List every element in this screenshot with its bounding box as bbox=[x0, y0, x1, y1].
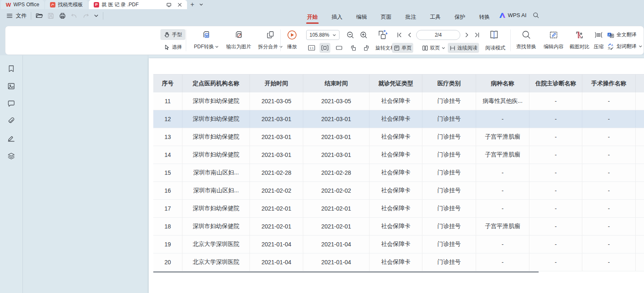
tab-template-doc[interactable]: 找稿壳模板 bbox=[45, 0, 88, 9]
continuous-read-button[interactable]: 连续阅读 bbox=[448, 43, 479, 53]
table-cell: 社会保障卡 bbox=[369, 146, 422, 164]
zoom-out-icon[interactable] bbox=[346, 31, 354, 39]
send-to-device-icon[interactable] bbox=[166, 2, 172, 7]
menu-tab-转换[interactable]: 转换 bbox=[478, 12, 491, 22]
doc-icon bbox=[50, 2, 55, 7]
tab-list-chevron-icon[interactable] bbox=[197, 0, 205, 9]
first-page-icon[interactable] bbox=[396, 32, 403, 38]
wps-ai-button[interactable]: WPS AI bbox=[499, 12, 527, 18]
next-page-icon[interactable] bbox=[464, 32, 470, 38]
table-row[interactable]: 16深圳市南山区妇...2021-02-022021-02-02社会保障卡门诊挂… bbox=[153, 182, 644, 200]
read-mode-button[interactable]: 阅读模式 bbox=[484, 43, 507, 53]
select-tool-button[interactable]: 选择 bbox=[160, 42, 185, 52]
thumbnail-icon[interactable] bbox=[7, 82, 15, 90]
close-tab-icon[interactable] bbox=[177, 2, 182, 7]
single-page-button[interactable]: 单页 bbox=[392, 43, 413, 53]
table-cell: 子宫平滑肌瘤 bbox=[476, 218, 529, 235]
quickbar-chevron-icon[interactable] bbox=[94, 13, 99, 18]
pdf-page[interactable]: 序号定点医药机构名称开始时间结束时间就诊凭证类型医疗类别病种名称住院主诊断名称手… bbox=[149, 58, 644, 293]
table-row[interactable]: 17深圳市妇幼保健院2021-02-012021-02-01社会保障卡门诊挂号-… bbox=[153, 200, 644, 218]
table-cell: - bbox=[529, 92, 582, 110]
column-header: 结束时间 bbox=[303, 74, 369, 92]
table-row[interactable]: 12深圳市妇幼保健院2021-03-012021-03-01社会保障卡门诊挂号-… bbox=[153, 110, 644, 128]
table-cell: 门诊挂号 bbox=[422, 200, 476, 217]
wps-pdf-window: W WPS Office 找稿壳模板 P 就 医 记 录 .PDF + bbox=[0, 0, 644, 293]
new-tab-button[interactable]: + bbox=[187, 0, 197, 9]
table-cell: 子宫平滑肌瘤 bbox=[476, 146, 529, 164]
tab-wps-office[interactable]: W WPS Office bbox=[1, 0, 44, 9]
bookmark-icon[interactable] bbox=[7, 65, 15, 73]
double-page-icon bbox=[422, 45, 428, 51]
screenshot-compare-button[interactable]: 截图对比 bbox=[566, 29, 593, 50]
table-cell: 2021-03-01 bbox=[250, 128, 303, 146]
table-cell: 2021-03-01 bbox=[303, 128, 369, 146]
menu-tab-批注[interactable]: 批注 bbox=[404, 12, 417, 22]
signature-pen-icon[interactable] bbox=[7, 134, 15, 143]
save-icon[interactable] bbox=[47, 12, 55, 20]
redo-icon[interactable] bbox=[82, 12, 90, 20]
find-replace-button[interactable]: 查找替换 bbox=[513, 29, 539, 50]
table-cell: 17 bbox=[153, 200, 182, 217]
play-button[interactable]: 播放 bbox=[281, 29, 303, 50]
table-cell: 2021-01-04 bbox=[250, 253, 303, 271]
window-tab-bar: W WPS Office 找稿壳模板 P 就 医 记 录 .PDF + bbox=[0, 0, 644, 9]
open-folder-icon[interactable] bbox=[35, 12, 43, 20]
fit-page-icon bbox=[335, 45, 343, 51]
undo-icon[interactable] bbox=[70, 12, 78, 20]
ribbon-search-icon[interactable] bbox=[532, 12, 539, 19]
table-row[interactable]: 11深圳市妇幼保健院2021-03-052021-03-05社会保障卡门诊挂号病… bbox=[153, 92, 644, 110]
menu-tab-页面[interactable]: 页面 bbox=[380, 12, 392, 22]
fit-page-button[interactable] bbox=[334, 43, 344, 53]
table-cell: - bbox=[582, 236, 636, 253]
full-translate-button[interactable]: A 全文翻译 bbox=[607, 31, 637, 38]
zoom-in-icon[interactable] bbox=[359, 31, 368, 39]
chevron-down-icon bbox=[215, 45, 219, 49]
edit-content-button[interactable]: 编辑内容 bbox=[540, 29, 567, 50]
table-row[interactable]: 14深圳市妇幼保健院2021-03-012021-03-01社会保障卡门诊挂号子… bbox=[153, 146, 644, 164]
attachment-icon[interactable] bbox=[7, 117, 15, 125]
actual-size-button[interactable]: 1:1 bbox=[306, 43, 317, 53]
compress-icon bbox=[594, 29, 604, 41]
rotate-right-button[interactable] bbox=[361, 43, 372, 53]
navigation-pane[interactable] bbox=[23, 55, 148, 293]
prev-page-icon[interactable] bbox=[406, 32, 413, 38]
table-cell: - bbox=[476, 182, 529, 199]
export-image-button[interactable]: 输出为图片 bbox=[222, 29, 255, 50]
table-cell: - bbox=[529, 182, 582, 199]
word-translate-button[interactable]: A文 划词翻译 bbox=[607, 43, 642, 50]
fit-width-button[interactable] bbox=[320, 43, 330, 53]
compress-button[interactable]: 压缩 bbox=[589, 29, 608, 50]
table-cell: - bbox=[529, 164, 582, 181]
pdf-convert-button[interactable]: PDF转换 bbox=[191, 29, 221, 50]
menu-tab-开始[interactable]: 开始 bbox=[306, 12, 319, 22]
table-row[interactable]: 20北京大学深圳医院2021-01-042021-01-04社会保障卡门诊挂号-… bbox=[153, 253, 644, 271]
menu-tab-插入[interactable]: 插入 bbox=[331, 12, 343, 22]
layers-icon[interactable] bbox=[7, 152, 15, 160]
file-menu-button[interactable]: 文件 bbox=[6, 12, 27, 20]
comment-icon[interactable] bbox=[7, 99, 15, 108]
table-row[interactable]: 15深圳市南山区妇...2021-02-282021-02-28社会保障卡门诊挂… bbox=[153, 164, 644, 182]
double-page-button[interactable]: 双页 bbox=[420, 43, 447, 53]
ribbon-tabs: 开始插入编辑页面批注工具保护转换 bbox=[306, 9, 491, 25]
table-row[interactable]: 13深圳市妇幼保健院2021-03-012021-03-01社会保障卡门诊挂号子… bbox=[153, 128, 644, 146]
menu-tab-保护[interactable]: 保护 bbox=[454, 12, 466, 22]
rotate-right-icon bbox=[363, 45, 370, 51]
hand-tool-button[interactable]: 手型 bbox=[160, 29, 185, 40]
last-page-icon[interactable] bbox=[474, 32, 480, 38]
zoom-level-select[interactable]: 105.88% bbox=[306, 30, 339, 40]
column-header: 开始时间 bbox=[250, 74, 303, 92]
file-menu-label: 文件 bbox=[16, 12, 27, 20]
table-row[interactable]: 18深圳市妇幼保健院2021-02-012021-02-01社会保障卡门诊挂号子… bbox=[153, 218, 644, 236]
page-indicator-input[interactable]: 2/4 bbox=[416, 30, 460, 40]
table-cell: 社会保障卡 bbox=[369, 110, 422, 128]
table-row[interactable]: 19北京大学深圳医院2021-01-042021-01-04社会保障卡门诊挂号-… bbox=[153, 236, 644, 253]
print-icon[interactable] bbox=[59, 12, 66, 20]
hand-tool-label: 手型 bbox=[172, 31, 182, 38]
table-cell: - bbox=[582, 128, 636, 146]
table-cell: 门诊挂号 bbox=[422, 128, 476, 146]
menu-tab-编辑[interactable]: 编辑 bbox=[355, 12, 368, 22]
menu-tab-工具[interactable]: 工具 bbox=[429, 12, 442, 22]
rotate-left-button[interactable] bbox=[348, 43, 359, 53]
rotate-doc-icon[interactable] bbox=[377, 30, 388, 40]
tab-medical-record-pdf[interactable]: P 就 医 记 录 .PDF bbox=[89, 0, 187, 9]
